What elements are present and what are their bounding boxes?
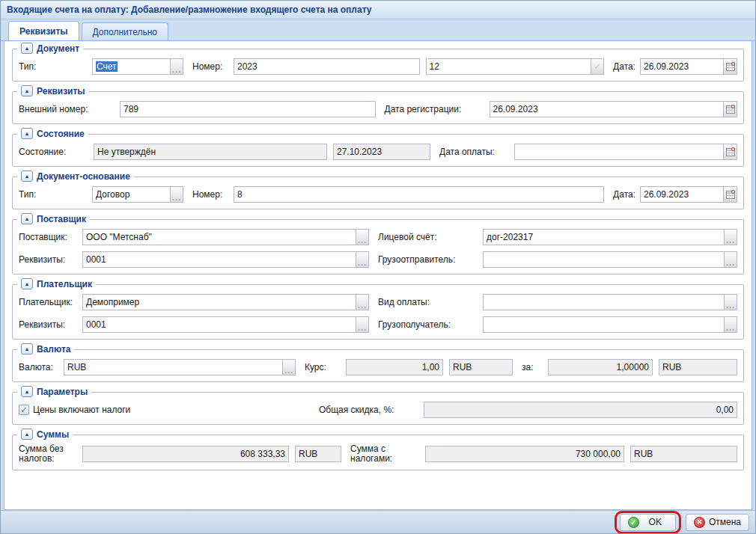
- status-value-field: Не утверждён: [94, 144, 327, 160]
- sum-with-taxes-label: Сумма с налогами:: [350, 444, 425, 464]
- base-doc-date-combo: 26.09.2023: [640, 186, 737, 203]
- base-doc-type-lookup-button[interactable]: ...: [170, 186, 183, 203]
- supplier-lookup-button[interactable]: ...: [356, 229, 369, 245]
- status-label: Состояние:: [19, 147, 94, 157]
- payer-requisites-input[interactable]: 0001: [82, 316, 356, 333]
- fieldset-legend: ▲ Плательщик: [17, 278, 96, 289]
- cancel-button-label: Отмена: [709, 517, 741, 527]
- consignee-lookup-button[interactable]: ...: [724, 316, 737, 333]
- payer-input[interactable]: Демопример: [82, 294, 356, 310]
- doc-date-combo: 26.09.2023: [640, 58, 737, 75]
- tab-rekvizity[interactable]: Реквизиты: [8, 21, 79, 40]
- ok-button-label: OK: [643, 517, 668, 527]
- collapse-button[interactable]: ▲: [21, 43, 33, 54]
- payment-date-input[interactable]: [514, 144, 724, 160]
- cancel-button[interactable]: ✕ Отмена: [686, 514, 749, 531]
- dialog-window: Входящие счета на оплату: Добавление/раз…: [0, 0, 756, 534]
- tab-dopolnitelno[interactable]: Дополнительно: [82, 22, 168, 40]
- ok-check-icon: ✓: [628, 517, 639, 528]
- base-doc-number-input[interactable]: 8: [234, 186, 604, 203]
- fieldset-title: Состояние: [37, 129, 85, 139]
- fieldset-legend: ▲ Валюта: [17, 343, 74, 355]
- fieldset-parametry: ▲ Параметры ✓ Цены включают налоги Общая…: [12, 392, 744, 425]
- currency-input[interactable]: RUB: [64, 359, 283, 375]
- rate-value-field: 1,00: [346, 359, 443, 375]
- chevron-up-icon: ▲: [25, 88, 30, 93]
- sum-without-taxes-field: 608 333,33: [82, 446, 289, 462]
- payer-label: Плательщик:: [19, 298, 82, 307]
- consignor-lookup-button[interactable]: ...: [724, 251, 737, 268]
- doc-date-picker-button[interactable]: [723, 58, 737, 75]
- ellipsis-icon: ...: [356, 301, 368, 309]
- fieldset-postavshchik: ▲ Поставщик Поставщик: ООО "Метснаб" ...…: [12, 219, 744, 274]
- consignor-input[interactable]: [483, 251, 725, 268]
- currency-lookup-button[interactable]: ...: [282, 359, 296, 375]
- consignee-input[interactable]: [483, 316, 725, 333]
- payment-type-lookup-button[interactable]: ...: [724, 294, 737, 310]
- supplier-requisites-lookup-button[interactable]: ...: [356, 251, 369, 268]
- doc-type-value: Счет: [96, 61, 118, 72]
- calendar-icon: [726, 105, 735, 114]
- collapse-button[interactable]: ▲: [21, 386, 33, 397]
- personal-account-label: Лицевой счёт:: [378, 233, 483, 242]
- fieldset-title: Документ-основание: [37, 171, 130, 182]
- registration-date-label: Дата регистрации:: [385, 105, 490, 114]
- payment-type-input[interactable]: [483, 294, 725, 310]
- collapse-button[interactable]: ▲: [21, 278, 33, 289]
- base-doc-date-input[interactable]: 26.09.2023: [640, 186, 724, 203]
- collapse-button[interactable]: ▲: [21, 429, 33, 440]
- collapse-button[interactable]: ▲: [21, 343, 33, 355]
- supplier-requisites-input[interactable]: 0001: [82, 251, 356, 268]
- sum-with-taxes-currency-field: RUB: [630, 446, 737, 462]
- doc-number2-input[interactable]: 12: [426, 58, 592, 75]
- base-doc-date-label: Дата:: [613, 190, 640, 200]
- base-doc-date-picker-button[interactable]: [723, 186, 737, 203]
- supplier-input[interactable]: ООО "Метснаб": [82, 229, 356, 245]
- collapse-button[interactable]: ▲: [21, 128, 33, 139]
- ok-button[interactable]: ✓ OK: [620, 514, 676, 531]
- chevron-up-icon: ▲: [25, 281, 30, 286]
- currency-label: Валюта:: [19, 363, 64, 372]
- fieldset-title: Параметры: [37, 387, 88, 397]
- external-number-input[interactable]: 789: [120, 101, 376, 117]
- registration-date-picker-button[interactable]: [723, 101, 737, 117]
- supplier-requisites-label: Реквизиты:: [19, 255, 82, 265]
- payer-requisites-lookup-button[interactable]: ...: [356, 316, 369, 333]
- payment-date-label: Дата оплаты:: [439, 147, 514, 157]
- fieldset-osnovanie: ▲ Документ-основание Тип: Договор ... Но…: [12, 177, 744, 209]
- fieldset-legend: ▲ Суммы: [17, 429, 73, 440]
- ellipsis-icon: ...: [356, 259, 368, 266]
- currency-combo: RUB ...: [64, 359, 296, 375]
- base-doc-type-input[interactable]: Договор: [92, 186, 171, 203]
- doc-type-lookup-button[interactable]: ...: [170, 58, 183, 75]
- personal-account-lookup-button[interactable]: ...: [724, 229, 737, 245]
- registration-date-input[interactable]: 26.09.2023: [490, 101, 725, 117]
- collapse-button[interactable]: ▲: [21, 213, 33, 224]
- prices-include-taxes-checkbox[interactable]: ✓: [19, 405, 29, 415]
- payment-date-picker-button[interactable]: [723, 144, 737, 160]
- payer-requisites-label: Реквизиты:: [19, 320, 82, 330]
- doc-type-input[interactable]: Счет: [92, 58, 171, 75]
- fieldset-title: Валюта: [37, 344, 70, 355]
- doc-date-input[interactable]: 26.09.2023: [640, 58, 724, 75]
- payer-lookup-button[interactable]: ...: [356, 294, 369, 310]
- per-value-field: 1,00000: [548, 359, 653, 375]
- chevron-up-icon: ▲: [25, 389, 30, 394]
- supplier-combo: ООО "Метснаб" ...: [82, 229, 369, 245]
- chevron-up-icon: ▲: [25, 46, 30, 51]
- doc-number2-check-button[interactable]: ✓: [591, 58, 604, 75]
- external-number-label: Внешний номер:: [19, 105, 120, 114]
- fieldset-title: Реквизиты: [37, 86, 85, 96]
- personal-account-input[interactable]: дог-202317: [483, 229, 725, 245]
- payer-requisites-combo: 0001 ...: [82, 316, 369, 333]
- ellipsis-icon: ...: [171, 66, 183, 73]
- collapse-button[interactable]: ▲: [21, 171, 33, 182]
- per-label: за:: [522, 363, 548, 372]
- payment-type-combo: ...: [483, 294, 737, 310]
- ellipsis-icon: ...: [171, 194, 183, 201]
- doc-number-input[interactable]: 2023: [234, 58, 420, 75]
- collapse-button[interactable]: ▲: [21, 85, 33, 96]
- fieldset-valyuta: ▲ Валюта Валюта: RUB ... Курс: 1,00 RUB …: [12, 349, 744, 382]
- calendar-icon: [726, 147, 735, 156]
- base-doc-type-label: Тип:: [19, 190, 92, 200]
